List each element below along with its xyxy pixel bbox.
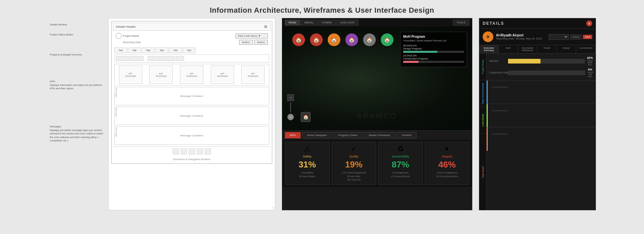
construction-bar-bg <box>508 71 585 75</box>
details-content-area: Project Phase Major Achievements Look Ah… <box>479 53 596 210</box>
wf-message-label-1: Message Container <box>180 95 203 98</box>
wf-reporting-date-label: Reporting Date <box>123 41 141 44</box>
kpi-tab-master[interactable]: Master Schedules <box>364 132 395 138</box>
airport-controls: Zoom KSA <box>549 34 592 40</box>
design-stats: 42% Actual 50% Plan <box>587 56 593 66</box>
wf-details-header-label: Details Header <box>116 25 136 28</box>
dark-tab-road[interactable]: ROAD <box>285 20 300 25</box>
details-tab-construction[interactable]: Construction <box>576 45 596 53</box>
map-icon-3[interactable]: 🏠 <box>328 33 340 46</box>
dark-toolbar: ROAD AERIAL HYBRID LOW LIGHT TOOLS <box>282 18 472 27</box>
kpi-tab-sector[interactable]: Sector Navigator <box>302 132 332 138</box>
dark-tab-aerial[interactable]: AERIAL <box>301 20 317 25</box>
wf-kpi-card-5: KPIScorecard <box>241 66 265 84</box>
wf-tab-4[interactable]: Tab <box>155 47 168 53</box>
dark-tools-btn[interactable]: TOOLS <box>453 20 469 25</box>
construction-actual-stat: 0% Actual 0% Plan <box>587 68 593 78</box>
map-icon-2[interactable]: 🏠 <box>310 33 323 46</box>
kpi-tab-kpis[interactable]: KPIs <box>285 132 301 138</box>
map-design-progress: 56.0%/0.0%Design Progress <box>403 44 464 53</box>
annotation-kpi: KPIs Displays information and status for… <box>50 80 105 91</box>
kpi-tab-timeline[interactable]: Timeline <box>396 132 417 138</box>
design-progress-bar <box>403 51 464 53</box>
integrity-details: 2 Non-Compliances 23 Corrective Actions <box>436 171 458 178</box>
wf-button2[interactable]: Button <box>254 40 268 45</box>
wf-message-container-2: Message Message Container <box>114 107 269 125</box>
zoom-handle[interactable]: ● <box>287 114 294 120</box>
details-zoom-btn[interactable]: Zoom <box>570 34 582 39</box>
details-tabs: ExecutiveSummary Brief Eschedule/Milesto… <box>479 45 596 53</box>
annotation-messages-desc: Displays pre-define message types per se… <box>50 129 105 143</box>
annotation-details-window: Details Window <box>50 23 67 26</box>
details-ksa-btn[interactable]: KSA <box>583 35 592 39</box>
key-issues-text: - Lorem Ipsum <box>490 132 508 135</box>
map-zoom-control: − ● <box>287 94 294 120</box>
wf-parlink-select[interactable]: PAR-LINK Menu ▼ <box>235 33 268 38</box>
wf-tab-6[interactable]: Tab <box>183 47 196 53</box>
wf-tab-2[interactable]: Tab <box>128 47 141 53</box>
wf-nav-btn-2[interactable] <box>181 148 187 154</box>
wf-tab-3[interactable]: Tab <box>142 47 155 53</box>
wf-nav-btn-3[interactable] <box>189 148 195 154</box>
annotation-progress: Progress & Budget Overview <box>50 53 82 56</box>
wf-tab-5[interactable]: Tab <box>169 47 182 53</box>
wf-nav-label: Directions & Navigation Buttons <box>113 156 271 162</box>
airport-name: Al-Riyadh Airport <box>496 33 546 37</box>
zoom-track <box>290 102 291 112</box>
map-area: 🏠 🏠 🏠 🏠 🏠 🏠 MoH Program Consultant: Saud… <box>282 27 472 130</box>
map-icon-1[interactable]: 🏠 <box>292 33 305 46</box>
wf-project-info: Project Name PAR-LINK Menu ▼ Reporting D… <box>113 32 271 45</box>
map-icon-4[interactable]: 🏠 <box>345 33 358 46</box>
details-tab-executive[interactable]: ExecutiveSummary <box>479 45 499 53</box>
map-program-title: MoH Program <box>403 35 464 38</box>
dark-tab-hybrid[interactable]: HYBRID <box>318 20 336 25</box>
wf-button1[interactable]: Button <box>239 40 253 45</box>
quality-details: 1.22 Carbon Equipment 10 site Visits 100… <box>341 171 366 182</box>
kpi-card-integrity: ✦ Integrity 46% 2 Non-Compliances 23 Cor… <box>425 142 470 185</box>
kpi-tab-progress[interactable]: Progress Charts <box>333 132 363 138</box>
wf-message-label-2: Message Container <box>180 114 203 117</box>
wf-message-label-3: Message Container <box>180 134 203 137</box>
look-ahead-section: - Lorem Ipsum <box>487 104 596 127</box>
wf-stat-bar-1 <box>148 56 156 61</box>
safety-percent: 31% <box>299 159 316 170</box>
details-dropdown[interactable] <box>549 34 569 40</box>
wf-resize-handle[interactable]: ⊡ <box>272 206 274 209</box>
wf-nav-btn-5[interactable] <box>205 148 211 154</box>
details-tab-tender[interactable]: Tender <box>537 45 557 53</box>
dark-tab-lowlight[interactable]: LOW LIGHT <box>336 20 358 25</box>
wireframe-panel: Details Header ⚙ Project Name PAR-LINK M… <box>108 18 275 210</box>
page-title: Information Architecture, Wireframes & U… <box>210 6 434 15</box>
kpi-card-quality: ✓ Quality 19% 1.22 Carbon Equipment 10 s… <box>332 142 376 185</box>
aramco-watermark: ARAMCO <box>357 112 397 120</box>
wf-progress-bar-1 <box>116 56 129 61</box>
map-icon-6[interactable]: 🏠 <box>381 33 393 46</box>
details-tab-milestones[interactable]: Eschedule/Milestones <box>518 45 537 53</box>
side-label-look-ahead: Look Ahead <box>479 107 486 134</box>
details-tab-design[interactable]: Design <box>557 45 576 53</box>
kpi-card-safety: ⚠ Safety 31% 5 Accidents 58 Near Misses <box>285 142 330 185</box>
airport-reporting-date: Reporting Date: Sunday, May 20, 2012 <box>496 37 546 40</box>
wf-nav-btn-1[interactable] <box>173 148 179 154</box>
map-construction-progress: 25.0%/0.0%Construction Progress <box>403 54 464 63</box>
wf-progress-bar-2 <box>130 56 144 61</box>
details-close-btn[interactable]: ✕ <box>586 20 592 26</box>
wf-kpi-card-2: KPIScorecard <box>149 66 173 84</box>
sustainability-percent: 87% <box>392 159 409 170</box>
details-tab-brief[interactable]: Brief <box>499 45 518 53</box>
map-icon-5[interactable]: 🏠 <box>363 33 376 46</box>
wf-stat-bar-3 <box>166 56 175 61</box>
construction-label: CONSTRUCTION <box>489 72 506 74</box>
details-panel-header: DETAILS ✕ <box>479 18 596 29</box>
wf-tab-1[interactable]: Tab <box>114 47 127 53</box>
construction-progress-fill <box>403 61 419 63</box>
details-main-sections: DESIGN 42% Actual 50% Plan <box>487 53 596 210</box>
project-phase-section: DESIGN 42% Actual 50% Plan <box>487 53 596 81</box>
dark-map-tabs: ROAD AERIAL HYBRID LOW LIGHT <box>285 20 358 25</box>
wf-nav-btn-4[interactable] <box>197 148 203 154</box>
kpi-card-sustainability: ♻ Sustainability 87% 3 Arrangements 10 S… <box>378 142 423 185</box>
map-pin-house[interactable]: 🏠 <box>301 112 311 122</box>
annotation-messages: Messages Displays pre-define message typ… <box>50 125 105 143</box>
zoom-minus-btn[interactable]: − <box>287 94 294 101</box>
construction-progress-label: 25.0%/0.0%Construction Progress <box>403 54 464 60</box>
